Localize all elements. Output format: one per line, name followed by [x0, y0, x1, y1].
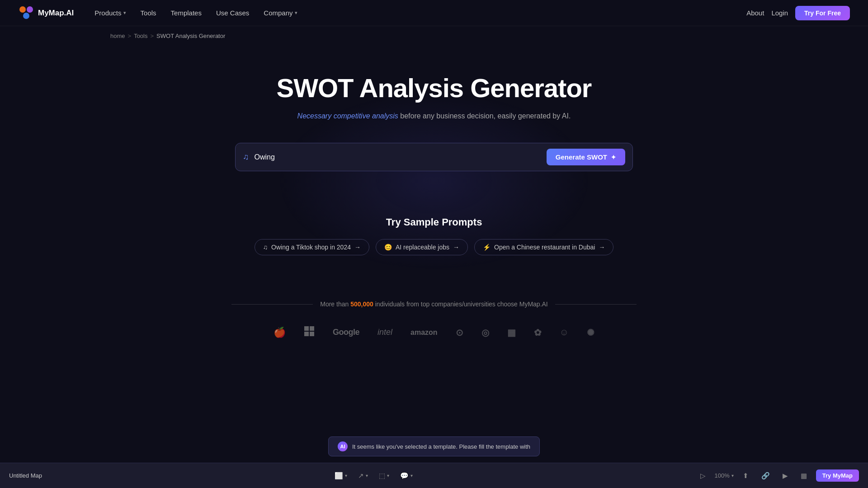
bottom-connect-tool[interactable]: ↗ ▾ — [354, 470, 372, 482]
company-logo-4: ✿ — [534, 327, 542, 338]
zoom-control: 100% ▾ — [715, 472, 734, 479]
comment-dropdown-icon: ▾ — [410, 473, 413, 478]
apple-logo: 🍎 — [274, 327, 286, 338]
breadcrumb-current: SWOT Analysis Generator — [156, 33, 225, 39]
google-logo: Google — [333, 328, 359, 337]
toast-message: It seems like you've selected a template… — [352, 443, 530, 450]
bottom-frame-tool[interactable]: ⬜ ▾ — [331, 470, 351, 482]
upload-icon: ⬆ — [743, 472, 749, 480]
breadcrumb-sep-1: > — [128, 33, 132, 39]
bottom-right: ▷ 100% ▾ ⬆ 🔗 ▶ ▦ Try MyMap — [697, 469, 859, 482]
svg-rect-6 — [310, 332, 314, 336]
svg-rect-3 — [304, 326, 309, 331]
hero-subtitle-highlight: Necessary competitive analysis — [297, 112, 398, 120]
bottom-link-btn[interactable]: 🔗 — [758, 470, 774, 482]
sample-chip-restaurant[interactable]: ⚡ Open a Chinese restaurant in Dubai → — [474, 239, 613, 255]
bottom-cursor-btn[interactable]: ▷ — [697, 470, 709, 482]
logo-text: MyMap.AI — [38, 9, 74, 18]
company-logo-6: ✺ — [587, 327, 594, 338]
select-icon: ⬚ — [379, 472, 385, 480]
select-dropdown-icon: ▾ — [387, 473, 389, 478]
sample-chip-tiktok[interactable]: ♫ Owing a Tiktok shop in 2024 → — [255, 239, 369, 255]
sample-prompts-title: Try Sample Prompts — [18, 216, 850, 228]
chip-icon-3: ⚡ — [483, 244, 491, 251]
intel-logo: intel — [377, 328, 392, 337]
zoom-chevron-icon: ▾ — [731, 473, 734, 478]
hero-section: SWOT Analysis Generator Necessary compet… — [0, 46, 868, 207]
company-chevron-icon: ▾ — [295, 10, 297, 16]
windows-logo — [304, 326, 315, 339]
svg-rect-4 — [310, 326, 314, 331]
nav-try-free-button[interactable]: Try For Free — [795, 6, 850, 20]
sample-prompts-list: ♫ Owing a Tiktok shop in 2024 → 😊 AI rep… — [18, 239, 850, 255]
frame-dropdown-icon: ▾ — [345, 473, 347, 478]
swot-input-field[interactable] — [255, 153, 541, 161]
try-mymap-button[interactable]: Try MyMap — [816, 469, 859, 482]
bottom-grid-btn[interactable]: ▦ — [797, 470, 811, 482]
logo-link[interactable]: MyMap.AI — [18, 5, 74, 21]
bottom-toolbar: ⬜ ▾ ↗ ▾ ⬚ ▾ 💬 ▾ — [57, 470, 691, 482]
generate-swot-button[interactable]: Generate SWOT ✦ — [547, 149, 625, 165]
sample-prompts-section: Try Sample Prompts ♫ Owing a Tiktok shop… — [0, 207, 868, 273]
hero-subtitle: Necessary competitive analysis before an… — [18, 112, 850, 120]
social-count: 500,000 — [350, 300, 373, 308]
zoom-value: 100% — [715, 472, 730, 479]
chip-arrow-3: → — [599, 244, 605, 251]
music-icon: ♫ — [243, 152, 249, 162]
bottom-bar: Untitled Map ⬜ ▾ ↗ ▾ ⬚ ▾ 💬 ▾ ▷ 100% ▾ ⬆ — [0, 463, 868, 488]
nav-tools[interactable]: Tools — [134, 6, 163, 19]
swot-input-container: ♫ Generate SWOT ✦ — [235, 143, 633, 171]
generate-btn-label: Generate SWOT — [556, 153, 607, 161]
chip-label-3: Open a Chinese restaurant in Dubai — [494, 244, 595, 251]
social-text-prefix: More than — [320, 300, 350, 308]
link-icon: 🔗 — [761, 472, 770, 480]
company-logo-2: ◎ — [481, 327, 489, 338]
social-proof-text: More than 500,000 individuals from top c… — [320, 300, 548, 308]
chip-icon-2: 😊 — [384, 244, 392, 251]
bottom-play-btn[interactable]: ▶ — [779, 470, 792, 482]
svg-point-2 — [23, 13, 29, 19]
breadcrumb-tools[interactable]: Tools — [134, 33, 147, 39]
bottom-share-btn[interactable]: ⬆ — [739, 470, 752, 482]
amazon-logo: amazon — [410, 328, 438, 337]
play-icon: ▶ — [783, 472, 788, 480]
frame-icon: ⬜ — [335, 472, 343, 480]
company-logo-3: ▦ — [507, 327, 516, 338]
social-divider-right — [555, 304, 637, 305]
svg-point-1 — [27, 6, 33, 13]
nav-company[interactable]: Company ▾ — [257, 6, 303, 19]
toast-ai-icon: AI — [338, 441, 348, 451]
hero-subtitle-suffix: before any business decision, easily gen… — [400, 112, 571, 120]
grid-icon: ▦ — [801, 472, 807, 480]
chip-label-1: Owing a Tiktok shop in 2024 — [271, 244, 351, 251]
chip-label-2: AI replaceable jobs — [396, 244, 449, 251]
products-chevron-icon: ▾ — [123, 10, 126, 16]
cursor-icon: ▷ — [700, 472, 706, 480]
sparkle-icon: ✦ — [611, 154, 616, 161]
nav-right: About Login Try For Free — [746, 6, 850, 20]
breadcrumb: home > Tools > SWOT Analysis Generator — [0, 26, 868, 46]
hero-title: SWOT Analysis Generator — [18, 73, 850, 103]
sample-chip-ai-jobs[interactable]: 😊 AI replaceable jobs → — [376, 239, 468, 255]
bottom-select-tool[interactable]: ⬚ ▾ — [375, 470, 393, 482]
comment-icon: 💬 — [400, 472, 409, 480]
nav-links: Products ▾ Tools Templates Use Cases Com… — [88, 6, 746, 19]
navbar: MyMap.AI Products ▾ Tools Templates Use … — [0, 0, 868, 26]
company-logos: 🍎 Google intel amazon ⊙ ◎ ▦ ✿ ☺ ✺ — [18, 326, 850, 339]
breadcrumb-sep-2: > — [150, 33, 154, 39]
nav-login-link[interactable]: Login — [771, 9, 788, 17]
svg-rect-5 — [304, 332, 309, 336]
bottom-map-title: Untitled Map — [9, 472, 42, 479]
chip-arrow-1: → — [354, 244, 361, 251]
nav-templates[interactable]: Templates — [165, 6, 208, 19]
connect-icon: ↗ — [358, 472, 364, 480]
company-logo-1: ⊙ — [456, 327, 463, 338]
chip-icon-1: ♫ — [263, 244, 268, 251]
social-text-suffix: individuals from top companies/universit… — [375, 300, 548, 308]
nav-products[interactable]: Products ▾ — [88, 6, 132, 19]
nav-about-link[interactable]: About — [746, 9, 764, 17]
social-proof-section: More than 500,000 individuals from top c… — [0, 273, 868, 352]
bottom-comment-tool[interactable]: 💬 ▾ — [396, 470, 416, 482]
breadcrumb-home[interactable]: home — [110, 33, 125, 39]
nav-use-cases[interactable]: Use Cases — [210, 6, 255, 19]
